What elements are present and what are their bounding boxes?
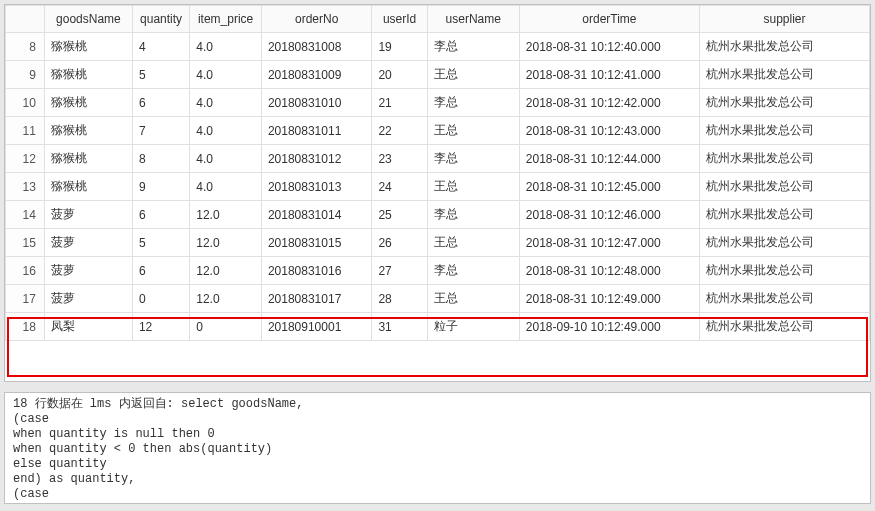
cell-orderTime[interactable]: 2018-08-31 10:12:45.000 [519,173,699,201]
results-table-panel[interactable]: goodsName quantity item_price orderNo us… [4,4,871,382]
cell-orderTime[interactable]: 2018-08-31 10:12:48.000 [519,257,699,285]
cell-quantity[interactable]: 0 [132,285,189,313]
cell-orderNo[interactable]: 20180831014 [261,201,372,229]
cell-userId[interactable]: 22 [372,117,427,145]
cell-supplier[interactable]: 杭州水果批发总公司 [699,173,869,201]
col-rownum[interactable] [6,6,45,33]
cell-orderNo[interactable]: 20180831017 [261,285,372,313]
cell-quantity[interactable]: 5 [132,61,189,89]
row-number[interactable]: 8 [6,33,45,61]
cell-userId[interactable]: 19 [372,33,427,61]
cell-quantity[interactable]: 12 [132,313,189,341]
table-row[interactable]: 9猕猴桃54.02018083100920王总2018-08-31 10:12:… [6,61,870,89]
cell-orderTime[interactable]: 2018-08-31 10:12:44.000 [519,145,699,173]
cell-userName[interactable]: 王总 [427,117,519,145]
row-number[interactable]: 11 [6,117,45,145]
cell-goodsName[interactable]: 菠萝 [44,257,132,285]
cell-orderTime[interactable]: 2018-08-31 10:12:40.000 [519,33,699,61]
table-row[interactable]: 18凤梨1202018091000131粒子2018-09-10 10:12:4… [6,313,870,341]
row-number[interactable]: 17 [6,285,45,313]
cell-item-price[interactable]: 12.0 [190,285,262,313]
cell-quantity[interactable]: 8 [132,145,189,173]
cell-userName[interactable]: 李总 [427,33,519,61]
cell-userName[interactable]: 李总 [427,201,519,229]
cell-goodsName[interactable]: 猕猴桃 [44,117,132,145]
cell-userName[interactable]: 王总 [427,229,519,257]
cell-item-price[interactable]: 12.0 [190,257,262,285]
cell-orderNo[interactable]: 20180831013 [261,173,372,201]
cell-orderNo[interactable]: 20180831010 [261,89,372,117]
cell-quantity[interactable]: 6 [132,257,189,285]
cell-supplier[interactable]: 杭州水果批发总公司 [699,89,869,117]
cell-userId[interactable]: 31 [372,313,427,341]
cell-supplier[interactable]: 杭州水果批发总公司 [699,117,869,145]
cell-userName[interactable]: 王总 [427,285,519,313]
col-userName[interactable]: userName [427,6,519,33]
cell-orderTime[interactable]: 2018-08-31 10:12:42.000 [519,89,699,117]
cell-quantity[interactable]: 6 [132,89,189,117]
col-orderTime[interactable]: orderTime [519,6,699,33]
row-number[interactable]: 10 [6,89,45,117]
cell-supplier[interactable]: 杭州水果批发总公司 [699,61,869,89]
cell-orderTime[interactable]: 2018-09-10 10:12:49.000 [519,313,699,341]
cell-goodsName[interactable]: 猕猴桃 [44,61,132,89]
table-row[interactable]: 8猕猴桃44.02018083100819李总2018-08-31 10:12:… [6,33,870,61]
cell-quantity[interactable]: 6 [132,201,189,229]
cell-quantity[interactable]: 5 [132,229,189,257]
table-row[interactable]: 10猕猴桃64.02018083101021李总2018-08-31 10:12… [6,89,870,117]
col-quantity[interactable]: quantity [132,6,189,33]
cell-item-price[interactable]: 0 [190,313,262,341]
table-row[interactable]: 15菠萝512.02018083101526王总2018-08-31 10:12… [6,229,870,257]
cell-userId[interactable]: 27 [372,257,427,285]
col-orderNo[interactable]: orderNo [261,6,372,33]
cell-item-price[interactable]: 4.0 [190,89,262,117]
cell-userId[interactable]: 24 [372,173,427,201]
cell-orderNo[interactable]: 20180910001 [261,313,372,341]
table-row[interactable]: 12猕猴桃84.02018083101223李总2018-08-31 10:12… [6,145,870,173]
cell-orderNo[interactable]: 20180831009 [261,61,372,89]
cell-item-price[interactable]: 12.0 [190,229,262,257]
sql-output-panel[interactable]: 18 行数据在 lms 内返回自: select goodsName, (cas… [4,392,871,504]
cell-item-price[interactable]: 4.0 [190,117,262,145]
row-number[interactable]: 12 [6,145,45,173]
cell-userName[interactable]: 粒子 [427,313,519,341]
cell-goodsName[interactable]: 猕猴桃 [44,145,132,173]
cell-orderNo[interactable]: 20180831016 [261,257,372,285]
cell-quantity[interactable]: 4 [132,33,189,61]
cell-goodsName[interactable]: 猕猴桃 [44,89,132,117]
table-row[interactable]: 14菠萝612.02018083101425李总2018-08-31 10:12… [6,201,870,229]
cell-userId[interactable]: 28 [372,285,427,313]
cell-goodsName[interactable]: 菠萝 [44,285,132,313]
table-row[interactable]: 17菠萝012.02018083101728王总2018-08-31 10:12… [6,285,870,313]
cell-goodsName[interactable]: 菠萝 [44,229,132,257]
col-item-price[interactable]: item_price [190,6,262,33]
cell-quantity[interactable]: 9 [132,173,189,201]
cell-goodsName[interactable]: 猕猴桃 [44,173,132,201]
cell-supplier[interactable]: 杭州水果批发总公司 [699,145,869,173]
cell-orderTime[interactable]: 2018-08-31 10:12:46.000 [519,201,699,229]
cell-supplier[interactable]: 杭州水果批发总公司 [699,33,869,61]
cell-supplier[interactable]: 杭州水果批发总公司 [699,313,869,341]
cell-goodsName[interactable]: 猕猴桃 [44,33,132,61]
cell-userId[interactable]: 20 [372,61,427,89]
cell-userName[interactable]: 李总 [427,89,519,117]
cell-userName[interactable]: 李总 [427,145,519,173]
col-goodsName[interactable]: goodsName [44,6,132,33]
cell-orderNo[interactable]: 20180831012 [261,145,372,173]
cell-supplier[interactable]: 杭州水果批发总公司 [699,229,869,257]
cell-orderTime[interactable]: 2018-08-31 10:12:49.000 [519,285,699,313]
cell-userId[interactable]: 25 [372,201,427,229]
table-row[interactable]: 13猕猴桃94.02018083101324王总2018-08-31 10:12… [6,173,870,201]
cell-supplier[interactable]: 杭州水果批发总公司 [699,201,869,229]
cell-item-price[interactable]: 4.0 [190,145,262,173]
cell-item-price[interactable]: 4.0 [190,33,262,61]
cell-supplier[interactable]: 杭州水果批发总公司 [699,285,869,313]
cell-orderNo[interactable]: 20180831015 [261,229,372,257]
cell-userId[interactable]: 21 [372,89,427,117]
row-number[interactable]: 16 [6,257,45,285]
table-row[interactable]: 11猕猴桃74.02018083101122王总2018-08-31 10:12… [6,117,870,145]
cell-userId[interactable]: 23 [372,145,427,173]
cell-goodsName[interactable]: 凤梨 [44,313,132,341]
cell-quantity[interactable]: 7 [132,117,189,145]
cell-item-price[interactable]: 12.0 [190,201,262,229]
